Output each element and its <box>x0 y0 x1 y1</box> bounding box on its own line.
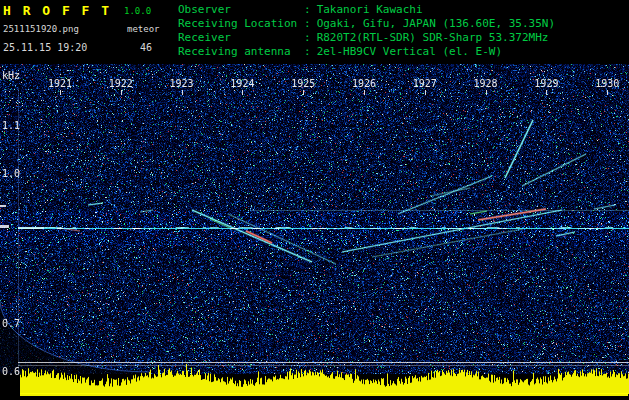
time-label: 1923 <box>170 78 194 89</box>
time-label: 1929 <box>534 78 558 89</box>
time-label: 1930 <box>595 78 619 89</box>
freq-label: 1.0 <box>2 168 20 179</box>
info-label: Receiver <box>178 31 304 45</box>
info-label: Receiving antenna <box>178 45 304 59</box>
hrofft-window: H R O F F T 1.0.0 2511151920.png meteor … <box>0 0 629 400</box>
app-version: 1.0.0 <box>124 6 151 16</box>
info-row-location: Receiving Location:Ogaki, Gifu, JAPAN (1… <box>178 17 555 31</box>
info-row-receiver: Receiver:R820T2(RTL-SDR) SDR-Sharp 53.37… <box>178 31 555 45</box>
time-label: 1921 <box>48 78 72 89</box>
info-value: 2el-HB9CV Vertical (el. E-W) <box>317 45 502 59</box>
time-label: 1926 <box>352 78 376 89</box>
app-title: H R O F F T <box>3 3 111 18</box>
info-label: Receiving Location <box>178 17 304 31</box>
freq-label: 1.1 <box>2 120 20 131</box>
time-label: 1922 <box>109 78 133 89</box>
info-label: Observer <box>178 3 304 17</box>
output-filename: 2511151920.png <box>3 24 79 34</box>
freq-label: 0.7 <box>2 318 20 329</box>
info-separator: : <box>304 3 311 17</box>
freq-axis-unit: kHz <box>2 70 20 81</box>
info-value: R820T2(RTL-SDR) SDR-Sharp 53.372MHz <box>317 31 549 45</box>
info-separator: : <box>304 17 311 31</box>
info-separator: : <box>304 45 311 59</box>
freq-label: 0.6 <box>2 366 20 377</box>
info-value: Ogaki, Gifu, JAPAN (136.60E, 35.35N) <box>317 17 555 31</box>
info-value: Takanori Kawachi <box>317 3 423 17</box>
time-label: 1927 <box>413 78 437 89</box>
info-separator: : <box>304 31 311 45</box>
observation-datetime: 25.11.15 19:20 <box>3 42 87 53</box>
info-row-observer: Observer:Takanori Kawachi <box>178 3 555 17</box>
info-row-antenna: Receiving antenna:2el-HB9CV Vertical (el… <box>178 45 555 59</box>
echo-count: 46 <box>140 42 152 53</box>
spectrogram-canvas <box>0 64 629 400</box>
time-label: 1925 <box>291 78 315 89</box>
station-info: Observer:Takanori Kawachi Receiving Loca… <box>178 3 555 59</box>
time-label: 1928 <box>474 78 498 89</box>
mode-label: meteor <box>127 24 160 34</box>
time-label: 1924 <box>230 78 254 89</box>
